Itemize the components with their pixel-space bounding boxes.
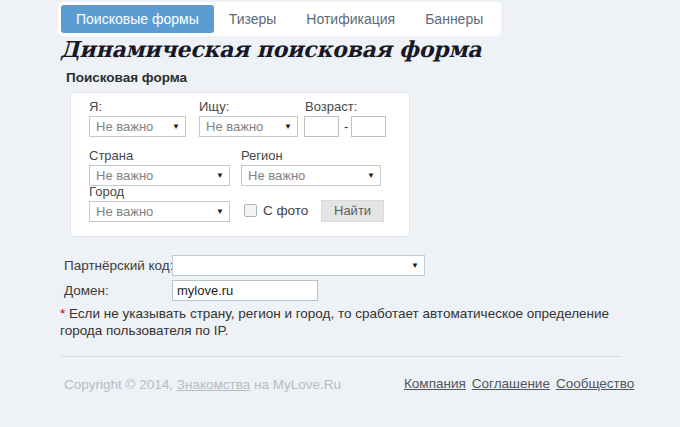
country-label: Страна xyxy=(89,148,133,163)
age-to-input[interactable] xyxy=(351,116,386,137)
age-label: Возраст: xyxy=(305,99,357,114)
footer-link-company[interactable]: Компания xyxy=(404,376,466,391)
country-select-value: Не важно xyxy=(96,168,153,183)
page-title: Динамическая поисковая форма xyxy=(60,36,481,62)
country-select[interactable]: Не важно ▼ xyxy=(89,165,230,186)
city-select[interactable]: Не важно ▼ xyxy=(89,201,230,222)
i-am-select-value: Не важно xyxy=(96,119,153,134)
tab-search-forms[interactable]: Поисковые формы xyxy=(61,5,214,33)
chevron-down-icon: ▼ xyxy=(172,123,180,131)
ip-note: * Если не указывать страну, регион и гор… xyxy=(60,305,626,339)
i-am-label: Я: xyxy=(89,99,102,114)
tab-bar: Поисковые формы Тизеры Нотификация Банне… xyxy=(58,2,501,36)
note-text: Если не указывать страну, регион и город… xyxy=(60,306,609,338)
partner-code-select[interactable]: ▼ xyxy=(172,255,425,276)
chevron-down-icon: ▼ xyxy=(367,172,375,180)
search-form-box: Я: Не важно ▼ Ищу: Не важно ▼ Возраст: -… xyxy=(70,92,410,237)
chevron-down-icon: ▼ xyxy=(411,262,419,270)
footer-link-community[interactable]: Сообщество xyxy=(556,376,634,391)
with-photo-checkbox[interactable] xyxy=(244,204,257,217)
chevron-down-icon: ▼ xyxy=(216,172,224,180)
tab-notification[interactable]: Нотификация xyxy=(291,5,410,33)
domain-input[interactable] xyxy=(172,280,318,301)
footer-divider xyxy=(60,356,621,357)
region-label: Регион xyxy=(241,148,283,163)
footer-links: Компания Соглашение Сообщество xyxy=(404,376,634,391)
seeking-select[interactable]: Не важно ▼ xyxy=(199,116,298,137)
copyright-suffix: на MyLove.Ru xyxy=(250,377,341,392)
footer-link-agreement[interactable]: Соглашение xyxy=(472,376,550,391)
copyright-prefix: Copyright © 2014, xyxy=(64,377,177,392)
partner-code-label: Партнёрский код: xyxy=(64,258,173,273)
region-select[interactable]: Не важно ▼ xyxy=(241,165,381,186)
i-am-select[interactable]: Не важно ▼ xyxy=(89,116,186,137)
domain-label: Домен: xyxy=(64,283,109,298)
find-button[interactable]: Найти xyxy=(321,200,384,222)
city-select-value: Не важно xyxy=(96,204,153,219)
with-photo-label: С фото xyxy=(263,203,308,218)
page: Поисковые формы Тизеры Нотификация Банне… xyxy=(0,0,680,427)
region-select-value: Не важно xyxy=(248,168,305,183)
copyright-znakomstva-link[interactable]: Знакомства xyxy=(177,377,250,392)
seeking-select-value: Не важно xyxy=(206,119,263,134)
city-label: Город xyxy=(89,184,124,199)
seeking-label: Ищу: xyxy=(199,99,229,114)
age-from-input[interactable] xyxy=(304,116,339,137)
search-form-heading: Поисковая форма xyxy=(66,70,187,85)
chevron-down-icon: ▼ xyxy=(284,123,292,131)
age-separator: - xyxy=(344,119,348,134)
chevron-down-icon: ▼ xyxy=(216,208,224,216)
copyright: Copyright © 2014, Знакомства на MyLove.R… xyxy=(64,377,341,392)
tab-banners[interactable]: Баннеры xyxy=(410,5,498,33)
tab-teasers[interactable]: Тизеры xyxy=(214,5,292,33)
